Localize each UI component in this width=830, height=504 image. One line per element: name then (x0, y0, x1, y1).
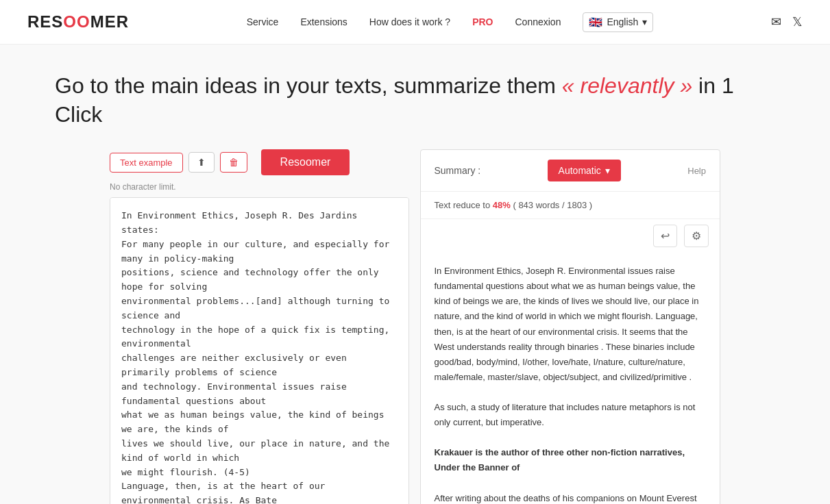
hero-title: Go to the main ideas in your texts, summ… (55, 72, 775, 129)
language-selector[interactable]: 🇬🇧 English ▾ (583, 12, 653, 32)
chevron-down-icon: ▾ (642, 16, 647, 27)
logo[interactable]: RESOOMER (27, 12, 129, 32)
hero-section: Go to the main ideas in your texts, summ… (0, 45, 830, 504)
lang-label: English (607, 16, 638, 27)
nav-extensions[interactable]: Extensions (300, 16, 347, 27)
flag-icon: 🇬🇧 (589, 16, 602, 29)
right-panel: Summary : Automatic ▾ Help Text reduce t… (420, 149, 721, 504)
left-panel: Text example ⬆ 🗑 Resoomer No character l… (110, 149, 409, 504)
share-button[interactable]: ↩ (653, 225, 677, 247)
stats-percent: 48% (493, 200, 511, 210)
automatic-dropdown[interactable]: Automatic ▾ (548, 160, 621, 181)
resoomer-button[interactable]: Resoomer (261, 149, 350, 175)
delete-button[interactable]: 🗑 (220, 152, 247, 173)
automatic-label: Automatic (559, 165, 601, 176)
nav-connexion[interactable]: Connexion (515, 16, 561, 27)
stats-text: Text reduce to (435, 200, 491, 210)
hero-title-highlight: « relevantly » (562, 73, 692, 98)
toolbar: Text example ⬆ 🗑 Resoomer (110, 149, 409, 175)
upload-button[interactable]: ⬆ (188, 152, 215, 173)
summary-stats: Text reduce to 48% ( 843 words / 1803 ) (421, 192, 720, 219)
hero-title-start: Go to the main ideas in your texts, summ… (55, 73, 556, 98)
summary-paragraph-3: After writing about the deaths of his co… (435, 491, 707, 504)
text-input[interactable] (110, 197, 409, 504)
nav-service[interactable]: Service (247, 16, 279, 27)
text-example-button[interactable]: Text example (110, 153, 183, 173)
header: RESOOMER Service Extensions How does it … (0, 0, 830, 45)
help-link[interactable]: Help (687, 166, 706, 176)
char-limit-label: No character limit. (110, 182, 409, 192)
main-content: Text example ⬆ 🗑 Resoomer No character l… (55, 149, 775, 504)
summary-paragraph-2: As such, a study of literature that incl… (435, 400, 707, 430)
header-icons: ✉ 𝕏 (771, 14, 803, 29)
nav-pro[interactable]: PRO (472, 16, 493, 27)
summary-paragraph-1: In Environment Ethics, Joseph R. Environ… (435, 264, 707, 385)
chevron-down-icon: ▾ (605, 165, 610, 176)
logo-highlight: OO (63, 12, 90, 31)
nav-how-it-works[interactable]: How does it work ? (369, 16, 450, 27)
summary-label: Summary : (435, 165, 481, 176)
right-panel-header: Summary : Automatic ▾ Help (421, 150, 720, 192)
settings-button[interactable]: ⚙ (684, 225, 709, 247)
summary-actions: ↩ ⚙ (421, 219, 720, 253)
summary-paragraph-bold: Krakauer is the author of three other no… (435, 445, 707, 475)
twitter-icon[interactable]: 𝕏 (792, 14, 803, 29)
stats-words: ( 843 words / 1803 ) (513, 200, 592, 210)
nav: Service Extensions How does it work ? PR… (247, 12, 654, 32)
summary-text: In Environment Ethics, Joseph R. Environ… (421, 253, 720, 504)
mail-icon[interactable]: ✉ (771, 14, 781, 29)
